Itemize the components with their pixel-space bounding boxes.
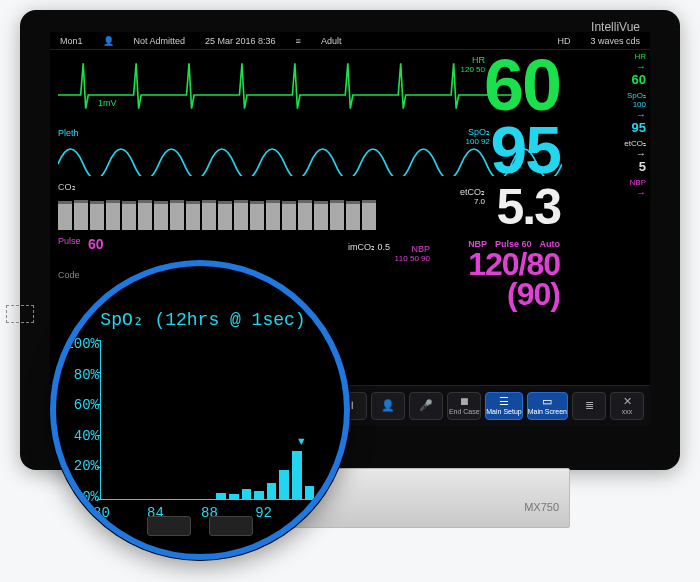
y-axis-tick: 40% [57,428,99,444]
y-axis-tick: 0% [57,489,99,505]
pulse-value: 60 [88,236,104,252]
top-bar: Mon1 👤 Not Admitted 25 Mar 2016 8:36 ≡ A… [50,32,650,50]
datetime: 25 Mar 2016 8:36 [205,36,276,46]
histogram-bar [305,486,315,499]
histogram-title: SpO₂ (12hrs @ 1sec) [84,308,322,330]
selection-outline [6,305,34,323]
histogram-bar [279,470,289,499]
mic-button[interactable]: 🎤 [409,392,443,420]
ecg-scale-label: 1mV [98,98,117,108]
current-value-marker-icon: ▾ [297,431,307,451]
spo2-mini-limits: SpO₂ 100 92 [466,128,490,147]
histogram-bar [242,489,252,499]
co2-bars [58,194,562,230]
spo2-histogram[interactable]: 100%80%60%40%20%0% ▾ 8084889296 [100,340,316,500]
admit-button[interactable]: 👤 [371,392,405,420]
sp-hr-value[interactable]: 60 [632,72,646,87]
y-axis-tick: 20% [57,458,99,474]
main-setup-icon: ☰ [499,396,509,407]
x-axis-tick: 80 [93,505,110,521]
person-icon: 👤 [103,36,114,46]
sp-nbp-label: NBP [630,178,646,187]
histogram-bar [229,494,239,499]
model-label: MX750 [524,501,559,513]
sp-spo2-high: 100 [633,100,646,109]
x-label: xxx [622,408,633,415]
sp-etco2-label: etCO₂ [624,139,646,148]
main-setup-button[interactable]: ☰Main Setup [485,392,522,420]
hardkey-button[interactable] [147,516,191,536]
histogram-bar [254,491,264,499]
code-label: Code [58,270,80,280]
profile-name[interactable]: 3 waves cds [590,36,640,46]
imco2-label: imCO₂ 0.5 [348,242,390,252]
sp-spo2-value[interactable]: 95 [632,120,646,135]
main-screen-label: Main Screen [528,408,567,415]
y-axis-tick: 60% [57,397,99,413]
etco2-value[interactable]: 5.3 [496,178,560,236]
end-case-icon: ⏹ [459,396,470,407]
main-screen-button[interactable]: ▭Main Screen [527,392,568,420]
y-axis-tick: 80% [57,367,99,383]
co2-label: CO₂ [58,182,76,192]
pulse-label: Pulse [58,236,81,246]
end-case-button[interactable]: ⏹End Case [447,392,481,420]
nbp-mini: NBP 110 50 90 [394,245,430,264]
main-screen-icon: ▭ [542,396,552,407]
patient-status[interactable]: Not Admitted [134,36,186,46]
arrow-right-icon: → [636,187,646,198]
sp-hr-label: HR [634,52,646,61]
hardkey-button[interactable] [209,516,253,536]
trend-sidepanel: HR → 60 SpO₂ 100 → 95 etCO₂ → 5 NBP [566,52,646,202]
spo2-value[interactable]: 95 [491,112,560,188]
mic-icon: 🎤 [419,400,433,411]
sp-etco2-value[interactable]: 5 [639,159,646,174]
print-button[interactable]: ≣ [572,392,606,420]
x-axis-tick: 92 [255,505,272,521]
zoom-inset: SpO₂ (12hrs @ 1sec) 100%80%60%40%20%0% ▾… [50,260,350,560]
histogram-bar [267,483,277,499]
co2-row[interactable]: CO₂ [58,182,562,230]
arrow-right-icon: → [636,109,646,120]
category-icon: ≡ [296,36,301,46]
print-icon: ≣ [585,400,594,411]
hr-mini-limits: HR 120 50 [461,56,485,75]
histogram-bar [292,451,302,499]
arrow-right-icon: → [636,61,646,72]
histogram-bar [216,493,226,499]
arrow-right-icon: → [636,148,646,159]
x-button[interactable]: ✕xxx [610,392,644,420]
admit-icon: 👤 [381,400,395,411]
end-case-label: End Case [449,408,480,415]
main-setup-label: Main Setup [486,408,521,415]
patient-category[interactable]: Adult [321,36,342,46]
x-icon: ✕ [623,396,632,407]
bed-label[interactable]: Mon1 [60,36,83,46]
etco2-mini: etCO₂ 7.0 [460,188,485,207]
sp-spo2-label: SpO₂ [627,91,646,100]
